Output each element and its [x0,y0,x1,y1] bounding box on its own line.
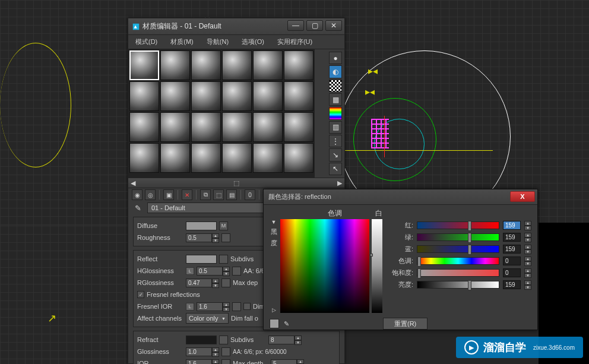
ior-spinner[interactable]: ▲▼ [223,302,230,311]
val-input[interactable] [503,280,521,289]
refract-maxdepth-spinner[interactable]: ▲▼ [297,359,304,365]
material-sample[interactable] [222,81,252,111]
refract-map-button[interactable] [219,335,228,344]
make-unique-icon[interactable]: ⬚ [213,189,224,200]
fresnel-checkbox[interactable] [137,291,144,298]
refract-ior-map-button[interactable] [221,359,230,365]
roughness-input[interactable] [186,233,212,242]
blue-input[interactable] [503,245,521,254]
sat-spinner[interactable]: ▲▼ [524,268,531,277]
backlight-icon[interactable]: ◐ [329,65,342,78]
color-dialog-titlebar[interactable]: 颜色选择器: reflection X [264,189,537,205]
material-sample[interactable] [253,112,283,142]
refract-maxdepth-input[interactable] [271,359,297,365]
hgloss-map-button[interactable] [232,267,241,276]
material-sample[interactable] [191,81,221,111]
sat-input[interactable] [503,268,521,277]
material-sample[interactable] [222,112,252,142]
roughness-spinner[interactable]: ▲▼ [212,233,219,242]
axis-gizmo[interactable]: ↗ [48,312,56,325]
hue-spinner[interactable]: ▲▼ [524,257,531,265]
refract-ior-spinner[interactable]: ▲▼ [212,359,219,365]
diffuse-map-button[interactable]: M [219,221,228,230]
green-slider[interactable] [417,233,499,241]
material-sample[interactable] [160,81,190,111]
scroll-right-icon[interactable]: ▶ [337,179,342,187]
eyedropper-icon[interactable]: ✎ [132,202,144,213]
color-eyedropper-icon[interactable]: ✎ [284,320,289,328]
reset-material-icon[interactable]: ✕ [182,189,192,200]
maximize-button[interactable]: ▢ [306,20,323,31]
menu-mode[interactable]: 模式(D) [135,37,157,46]
green-spinner[interactable]: ▲▼ [524,233,531,242]
material-sample[interactable] [222,143,252,173]
menu-navigation[interactable]: 导航(N) [207,37,229,46]
material-sample-0[interactable] [129,50,159,80]
make-preview-icon[interactable]: ▥ [329,121,342,134]
material-sample[interactable] [222,50,252,80]
sample-type-icon[interactable]: ● [329,52,342,64]
hgloss-spinner[interactable]: ▲▼ [223,267,230,276]
diffuse-swatch[interactable] [186,221,217,230]
roughness-map-button[interactable] [221,233,230,242]
scroll-handle-icon[interactable]: ⬚ [233,179,239,187]
put-to-scene-icon[interactable]: ◎ [145,189,156,200]
close-button[interactable]: ✕ [325,20,342,31]
material-id-icon[interactable]: 0 [245,189,255,200]
make-copy-icon[interactable]: ⧉ [200,189,211,200]
dim-checkbox[interactable] [243,303,251,310]
material-sample[interactable] [129,81,159,111]
rgloss-map-button[interactable] [221,278,230,287]
refract-ior-input[interactable] [186,359,212,365]
viewport-selected-object[interactable] [371,119,389,148]
refract-subdivs-spinner[interactable]: ▲▼ [294,335,302,344]
material-sample[interactable] [284,112,314,142]
video-color-icon[interactable] [329,107,342,119]
material-sample[interactable] [191,112,221,142]
reflect-map-button[interactable] [219,255,228,264]
material-sample[interactable] [253,143,283,173]
material-sample[interactable] [253,50,283,80]
menu-options[interactable]: 选项(O) [242,37,264,46]
background-icon[interactable] [329,80,342,92]
material-sample[interactable] [284,143,314,173]
put-to-library-icon[interactable]: ▤ [226,189,237,200]
material-sample[interactable] [129,112,159,142]
red-slider[interactable] [417,221,499,229]
material-sample[interactable] [129,143,159,173]
refract-gloss-input[interactable] [186,347,212,356]
scroll-left-icon[interactable]: ◀ [131,179,135,187]
material-sample[interactable] [284,81,314,111]
affect-dropdown[interactable]: Color only [186,313,229,324]
blue-spinner[interactable]: ▲▼ [524,245,531,254]
sample-uv-icon[interactable]: ▦ [329,93,342,106]
reflect-swatch[interactable] [186,255,217,264]
rgloss-spinner[interactable]: ▲▼ [212,278,219,287]
refract-gloss-map-button[interactable] [221,347,230,356]
red-spinner[interactable]: ▲▼ [524,221,531,230]
sat-slider[interactable] [417,269,499,277]
minimize-button[interactable]: — [287,20,304,31]
refract-subdivs-input[interactable] [268,335,294,344]
menu-material[interactable]: 材质(M) [170,37,194,46]
ior-map-button[interactable] [232,302,241,311]
red-input[interactable] [503,221,521,230]
material-sample[interactable] [160,143,190,173]
value-strip[interactable] [372,219,382,313]
hgloss-input[interactable] [197,267,223,276]
refract-swatch[interactable] [186,335,217,344]
material-sample[interactable] [160,50,190,80]
reset-button[interactable]: 重置(R) [383,318,428,330]
assign-material-icon[interactable]: ▣ [163,189,174,200]
hue-input[interactable] [503,257,521,265]
get-material-icon[interactable]: ◉ [132,189,142,200]
green-input[interactable] [503,233,521,242]
hsv-field[interactable] [280,219,369,313]
material-sample[interactable] [160,112,190,142]
hue-slider[interactable] [417,257,499,265]
val-spinner[interactable]: ▲▼ [524,280,531,289]
menu-utilities[interactable]: 实用程序(U) [277,37,312,46]
select-by-material-icon[interactable]: ↘ [329,148,342,161]
current-color-swatch[interactable] [270,319,279,328]
material-sample[interactable] [191,50,221,80]
